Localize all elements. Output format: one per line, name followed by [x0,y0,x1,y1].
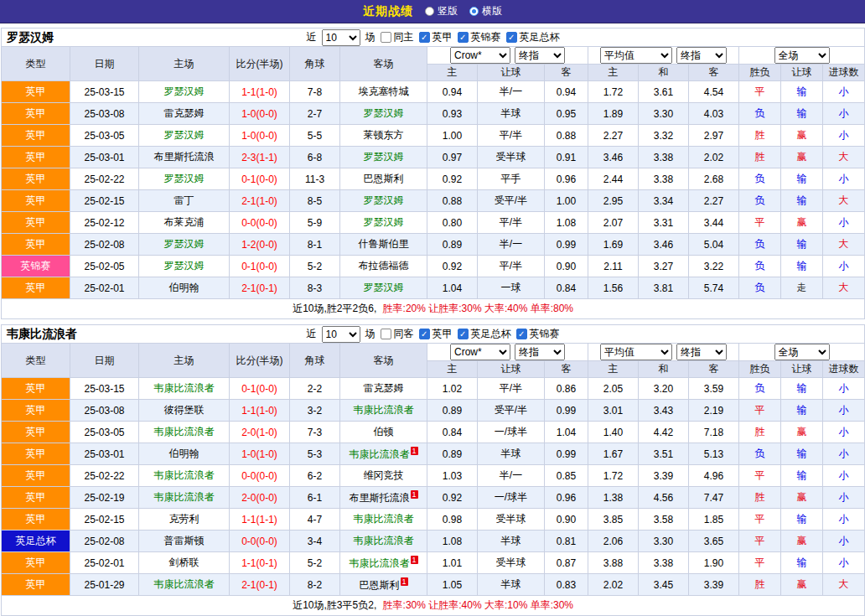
checkbox-same-venue[interactable]: 同客 [381,327,414,341]
score: 1-1(0-1) [230,552,290,574]
col-header-type: 类型 [2,47,70,81]
away-team[interactable]: 韦康比流浪者 [354,404,414,416]
col-header-home: 主场 [139,47,230,81]
checkbox-same-venue[interactable]: 同主 [381,30,414,44]
away-team[interactable]: 维冈竞技 [364,469,404,481]
summary-record: 近10场,胜3平5负2, [293,599,376,611]
euro-time-select[interactable]: 终指 [676,344,727,360]
checkbox-league-2[interactable]: 英锦赛 [458,30,501,44]
euro-away-odds: 3.22 [689,256,739,277]
home-team[interactable]: 雷丁 [174,194,194,206]
handicap-line: 半/一 [478,465,545,487]
asian-away-odds: 1.00 [545,190,588,212]
checkbox-league-1[interactable]: 英甲 [419,327,453,341]
euro-time-select[interactable]: 终指 [676,47,727,64]
home-team[interactable]: 罗瑟汉姆 [164,129,205,141]
home-team[interactable]: 罗瑟汉姆 [164,238,205,250]
away-team[interactable]: 什鲁斯伯里 [359,238,409,250]
odds-time-select[interactable]: 终指 [515,344,565,360]
asian-odds-controls: Crow* 终指 [427,47,588,65]
home-team[interactable]: 韦康比流浪者 [154,491,215,503]
home-team[interactable]: 布里斯托流浪 [154,151,215,163]
match-count-select[interactable]: 10 [322,326,360,343]
odds-provider-select[interactable]: Crow* [450,47,510,64]
away-team[interactable]: 韦康比流浪者 [354,535,414,546]
layout-radio-horizontal[interactable]: 横版 [469,4,502,18]
euro-provider-select[interactable]: 平均值 [600,344,672,360]
checkbox-icon [506,32,517,43]
home-team[interactable]: 伯明翰 [169,448,199,459]
away-team[interactable]: 韦康比流浪者 [350,448,410,460]
checkbox-label: 同客 [394,327,414,341]
goals-result: 小 [823,552,865,574]
layout-radio-vertical[interactable]: 竖版 [425,4,458,18]
scope-select[interactable]: 全场 [774,47,830,64]
home-team[interactable]: 剑桥联 [169,556,199,568]
home-team[interactable]: 伯明翰 [169,282,199,293]
home-team[interactable]: 罗瑟汉姆 [164,85,205,97]
checkbox-icon [516,329,527,339]
odds-time-select[interactable]: 终指 [515,47,565,64]
handicap-result: 赢 [781,212,823,234]
away-team[interactable]: 雷克瑟姆 [364,382,404,394]
home-team[interactable]: 韦康比流浪者 [154,578,215,590]
handicap-line: 受平/半 [478,400,545,422]
home-team[interactable]: 罗瑟汉姆 [164,260,205,272]
asian-home-odds: 1.03 [427,465,478,487]
euro-home-odds: 2.95 [588,190,639,212]
goals-result: 大 [823,234,865,256]
away-team[interactable]: 罗瑟汉姆 [364,151,404,163]
score: 2-3(1-1) [230,147,290,168]
asian-home-odds: 0.80 [427,212,478,234]
match-result: 负 [739,190,781,212]
away-team[interactable]: 韦康比流浪者 [354,513,414,525]
recent-form-table-wycombe: 韦康比流浪者 近 10 场 同客 英甲 英足总杯 英锦赛 类型 日期 主场 比分… [1,324,865,616]
match-result: 负 [739,168,781,190]
away-team[interactable]: 埃克塞特城 [359,85,409,97]
away-team[interactable]: 巴恩斯利 [364,173,404,184]
scope-select[interactable]: 全场 [774,344,830,360]
home-team[interactable]: 韦康比流浪者 [154,426,215,437]
summary-record: 近10场,胜2平2负6, [293,303,376,314]
match-row: 英足总杯 25-02-08 普雷斯顿 0-0(0-0) 3-4 韦康比流浪者 1… [2,531,865,552]
asian-away-odds: 0.96 [545,487,588,509]
home-team[interactable]: 韦康比流浪者 [154,382,215,394]
away-team[interactable]: 莱顿东方 [364,129,404,141]
goals-result: 大 [823,574,865,596]
away-team[interactable]: 罗瑟汉姆 [364,282,404,293]
match-row: 英锦赛 25-02-05 罗瑟汉姆 0-1(0-0) 5-2 布拉德福德 0.9… [2,256,865,277]
away-team[interactable]: 布拉德福德 [359,260,409,272]
away-team[interactable]: 韦康比流浪者 [350,557,410,569]
away-team[interactable]: 伯顿 [374,426,394,437]
handicap-result: 输 [781,378,823,400]
euro-away-odds: 3.44 [689,212,739,234]
home-team[interactable]: 克劳利 [169,513,199,525]
goals-result: 小 [823,509,865,531]
away-team[interactable]: 罗瑟汉姆 [364,107,404,119]
home-team[interactable]: 彼得堡联 [164,404,205,416]
match-result: 胜 [739,574,781,596]
away-team[interactable]: 布里斯托流浪 [350,492,410,504]
home-team[interactable]: 普雷斯顿 [164,535,205,546]
checkbox-icon [419,329,430,339]
asian-away-odds: 0.99 [545,234,588,256]
odds-provider-select[interactable]: Crow* [450,344,510,360]
home-team[interactable]: 布莱克浦 [164,216,205,228]
handicap-result: 赢 [781,125,823,147]
checkbox-league-2[interactable]: 英足总杯 [458,327,511,341]
match-count-select[interactable]: 10 [322,29,360,46]
away-team[interactable]: 罗瑟汉姆 [364,194,404,206]
filter-unit-label: 场 [365,327,376,341]
handicap-result: 输 [781,81,823,103]
home-team[interactable]: 罗瑟汉姆 [164,173,205,184]
away-team[interactable]: 罗瑟汉姆 [364,216,404,228]
checkbox-league-1[interactable]: 英甲 [419,30,453,44]
home-team[interactable]: 雷克瑟姆 [164,107,205,119]
match-row: 英甲 25-02-01 伯明翰 2-1(0-1) 8-3 罗瑟汉姆 1.04 一… [2,277,865,299]
checkbox-league-3[interactable]: 英足总杯 [506,30,560,44]
euro-provider-select[interactable]: 平均值 [600,47,672,64]
home-team[interactable]: 韦康比流浪者 [154,469,215,481]
checkbox-league-3[interactable]: 英锦赛 [516,327,560,341]
away-team[interactable]: 巴恩斯利 [360,579,400,591]
score: 0-0(0-0) [230,531,290,552]
